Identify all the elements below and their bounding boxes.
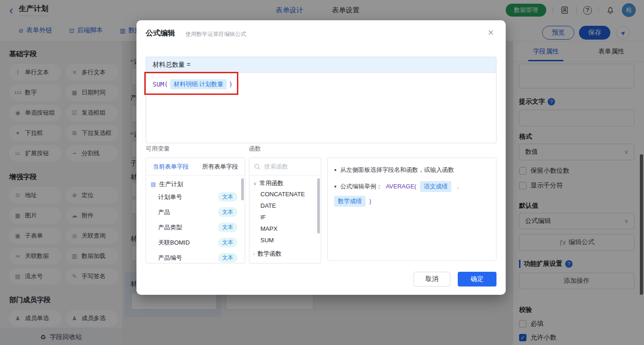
type-badge: 文本 bbox=[218, 207, 237, 217]
bullet: • bbox=[334, 182, 337, 191]
scrollbar-thumb[interactable] bbox=[241, 178, 244, 200]
function-search-input[interactable] bbox=[264, 163, 310, 170]
modal-subtitle: 使用数学运算符编辑公式 bbox=[185, 30, 246, 38]
tab-all-form-fields[interactable]: 所有表单字段 bbox=[202, 163, 238, 171]
tips-panel: • 从左侧面板选择字段名和函数，或输入函数 • 公式编辑举例： AVERAGE(… bbox=[327, 158, 496, 261]
type-badge: 文本 bbox=[218, 192, 237, 202]
function-item-mapx[interactable]: MAPX bbox=[249, 223, 321, 234]
function-item-date[interactable]: DATE bbox=[249, 200, 321, 211]
function-item-concatenate[interactable]: CONCATENATE bbox=[249, 188, 321, 200]
function-group-text[interactable]: › 文本函数 bbox=[249, 259, 321, 263]
formula-editor-box[interactable]: 材料总数量 = SUM( 材料明细.计划数量 ) bbox=[146, 57, 496, 143]
average-function-text: AVERAGE( bbox=[386, 182, 416, 191]
variable-row[interactable]: 产品编号文本 bbox=[146, 250, 245, 263]
function-item-if[interactable]: IF bbox=[249, 211, 321, 223]
confirm-button[interactable]: 确定 bbox=[458, 272, 496, 287]
formula-target: 材料总数量 = bbox=[146, 57, 496, 73]
variable-row[interactable]: 产品类型文本 bbox=[146, 220, 245, 235]
variable-row[interactable]: 产品文本 bbox=[146, 205, 245, 220]
modal-title: 公式编辑 bbox=[146, 29, 175, 38]
variable-row[interactable]: 关联BOMID文本 bbox=[146, 235, 245, 250]
close-paren-text: ) bbox=[369, 197, 371, 206]
tree-root-form[interactable]: ▤ 生产计划 bbox=[146, 175, 245, 189]
document-icon: ▤ bbox=[151, 181, 156, 187]
functions-label: 函数 bbox=[249, 145, 261, 153]
comma: ， bbox=[455, 182, 461, 191]
variables-label: 可用变量 bbox=[146, 145, 170, 153]
chevron-right-icon: › bbox=[253, 251, 255, 257]
annotation-highlight-box bbox=[144, 72, 238, 95]
close-icon[interactable]: × bbox=[488, 27, 494, 39]
example-chip: 语文成绩 bbox=[420, 181, 451, 192]
type-badge: 文本 bbox=[218, 253, 237, 263]
function-group-math[interactable]: › 数学函数 bbox=[249, 246, 321, 259]
bullet: • bbox=[334, 165, 337, 175]
tab-current-form-fields[interactable]: 当前表单字段 bbox=[153, 163, 189, 171]
tip-text: 从左侧面板选择字段名和函数，或输入函数 bbox=[340, 165, 454, 175]
variables-panel: 当前表单字段 所有表单字段 ▤ 生产计划 计划单号文本 产品文本 产品类型文本 … bbox=[146, 158, 245, 263]
function-group-common[interactable]: ∨ 常用函数 bbox=[249, 175, 321, 188]
type-badge: 文本 bbox=[218, 222, 237, 232]
cancel-button[interactable]: 取消 bbox=[414, 272, 450, 287]
example-chip: 数学成绩 bbox=[334, 196, 366, 207]
tip-example-label: 公式编辑举例： bbox=[340, 182, 382, 191]
variable-row[interactable]: 计划单号文本 bbox=[146, 189, 245, 205]
formula-editor-modal: 公式编辑 使用数学运算符编辑公式 × 材料总数量 = SUM( 材料明细.计划数… bbox=[136, 20, 506, 295]
scrollbar-thumb[interactable] bbox=[317, 178, 320, 234]
function-item-sum[interactable]: SUM bbox=[249, 234, 321, 246]
functions-panel: ∨ 常用函数 CONCATENATE DATE IF MAPX SUM › 数学… bbox=[249, 158, 321, 263]
search-icon bbox=[254, 164, 260, 170]
chevron-down-icon: ∨ bbox=[253, 181, 257, 187]
type-badge: 文本 bbox=[218, 238, 237, 247]
function-search[interactable] bbox=[249, 158, 321, 175]
